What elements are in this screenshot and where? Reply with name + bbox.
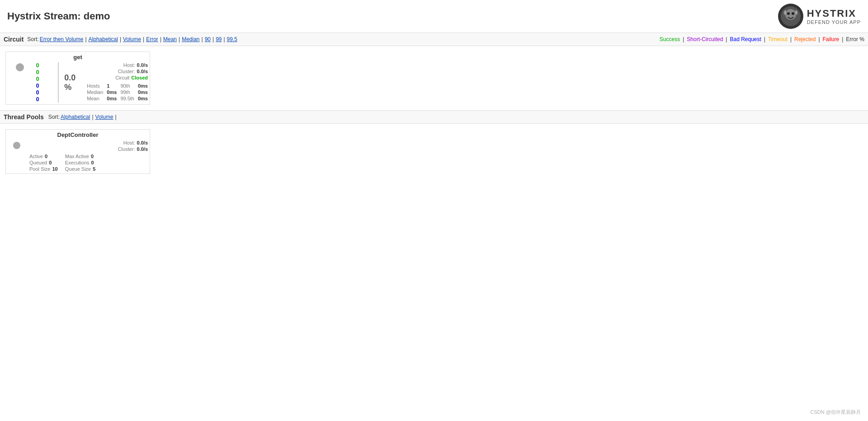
sort-90[interactable]: 90 xyxy=(205,36,211,42)
tp-host-label: Host: xyxy=(123,140,135,145)
svg-point-6 xyxy=(784,11,786,14)
circuit-num-blue-3: 0 xyxy=(36,96,53,103)
svg-point-2 xyxy=(787,12,790,15)
page-title: Hystrix Stream: demo xyxy=(7,10,110,22)
th99-value: 0ms xyxy=(138,89,148,95)
sort-error-then-volume[interactable]: Error then Volume xyxy=(40,36,84,42)
tp-queued-label: Queued xyxy=(29,160,47,165)
threadpools-label: Thread Pools xyxy=(4,113,44,121)
mean-label: Mean xyxy=(87,96,103,101)
tp-bubble-area xyxy=(8,140,26,149)
mean-value: 0ms xyxy=(107,96,117,101)
circuit-content: get 0 0 0 0 0 0 0.0 % xyxy=(0,46,868,110)
circuit-percentage: 0.0 % xyxy=(64,73,83,92)
hosts-values-col: 1 0ms 0ms xyxy=(107,83,117,101)
sort-volume[interactable]: Volume xyxy=(123,36,141,42)
legend-short-circuited: Short-Circuited xyxy=(687,36,723,42)
tp-queued-row: Queued 0 xyxy=(29,160,58,165)
legend-error-pct: Error % xyxy=(846,36,864,42)
host-value: 0.0/s xyxy=(137,62,148,68)
circuit-numbers: 0 0 0 0 0 0 xyxy=(36,62,53,103)
pct-labels-col: 90th 99th 99.5th xyxy=(120,83,134,101)
sort-label: Sort: xyxy=(27,36,38,42)
host-label: Host: xyxy=(123,62,135,68)
tp-cluster-stat: Cluster: 0.0/s xyxy=(29,146,148,152)
logo: Hystrix Defend Your App xyxy=(778,4,861,29)
legend-failure: Failure xyxy=(823,36,840,42)
tp-cluster-label: Cluster: xyxy=(118,146,135,152)
divider xyxy=(58,62,59,103)
tp-pool-size-row: Pool Size 10 xyxy=(29,166,58,172)
circuit-stat: Circuit Closed xyxy=(87,75,148,80)
th99-5-label: 99.5th xyxy=(120,96,134,101)
tp-status-bubble xyxy=(13,142,20,149)
legend-rejected: Rejected xyxy=(794,36,816,42)
tp-queue-size-row: Queue Size 5 xyxy=(65,166,96,172)
header: Hystrix Stream: demo Hystrix Defend Your… xyxy=(0,0,868,33)
tp-executions-row: Executions 0 xyxy=(65,160,96,165)
logo-icon xyxy=(778,4,803,29)
tp-values-col: Max Active 0 Executions 0 Queue Size 5 xyxy=(65,154,96,172)
circuit-sort: Circuit Sort: Error then Volume | Alphab… xyxy=(4,36,658,43)
threadpools-header: Thread Pools Sort: Alphabetical | Volume… xyxy=(0,110,868,124)
tp-card-body: Host: 0.0/s Cluster: 0.0/s Active 0 Queu… xyxy=(8,140,148,172)
circuit-stats: Host: 0.0/s Cluster: 0.0/s Circuit Close… xyxy=(87,62,148,101)
hosts-value: 1 xyxy=(107,83,117,89)
cluster-value: 0.0/s xyxy=(137,69,148,74)
th99-5-value: 0ms xyxy=(138,96,148,101)
circuit-card-get: get 0 0 0 0 0 0 0.0 % xyxy=(5,51,150,105)
pct-values-col: 0ms 0ms 0ms xyxy=(138,83,148,101)
circuit-num-blue-1: 0 xyxy=(36,83,53,89)
tp-detail-rows: Active 0 Queued 0 Pool Size 10 xyxy=(29,154,148,172)
cluster-stat: Cluster: 0.0/s xyxy=(87,69,148,74)
tp-pool-size-value: 10 xyxy=(52,166,57,172)
tp-max-active-label: Max Active xyxy=(65,154,89,159)
th90-value: 0ms xyxy=(138,83,148,89)
circuit-state-label: Circuit xyxy=(115,75,129,80)
cluster-label: Cluster: xyxy=(118,69,135,74)
tp-executions-value: 0 xyxy=(91,160,94,165)
svg-point-7 xyxy=(795,11,797,14)
tp-cluster-value: 0.0/s xyxy=(137,146,148,152)
percentile-stats: Hosts Median Mean 1 0ms 0ms 90th 99th 99… xyxy=(87,83,148,101)
tp-sort-alphabetical[interactable]: Alphabetical xyxy=(61,114,90,120)
sort-99[interactable]: 99 xyxy=(216,36,222,42)
tp-max-active-value: 0 xyxy=(91,154,94,159)
sort-99-5[interactable]: 99.5 xyxy=(227,36,237,42)
circuit-num-success-3: 0 xyxy=(36,76,53,82)
circuit-label: Circuit xyxy=(4,36,24,43)
brand-tagline: Defend Your App xyxy=(807,19,861,25)
tp-queued-value: 0 xyxy=(49,160,52,165)
host-stat: Host: 0.0/s xyxy=(87,62,148,68)
circuit-state-value: Closed xyxy=(131,75,148,80)
legend-bad-request: Bad Request xyxy=(730,36,761,42)
tp-active-value: 0 xyxy=(45,154,47,159)
tp-active-row: Active 0 xyxy=(29,154,58,159)
tp-card-deptcontroller: DeptController Host: 0.0/s Cluster: 0.0/… xyxy=(5,129,150,174)
th99-label: 99th xyxy=(120,89,134,95)
circuit-legend: Success | Short-Circuited | Bad Request … xyxy=(660,36,864,42)
brand-name: Hystrix xyxy=(807,8,861,19)
circuit-status-bubble xyxy=(16,63,24,71)
sort-alphabetical[interactable]: Alphabetical xyxy=(89,36,118,42)
circuit-card-body: 0 0 0 0 0 0 0.0 % Host: 0.0/s C xyxy=(8,62,148,103)
svg-point-3 xyxy=(792,12,794,15)
legend-timeout: Timeout xyxy=(768,36,788,42)
tp-executions-label: Executions xyxy=(65,160,90,165)
tp-active-label: Active xyxy=(29,154,43,159)
threadpools-content: DeptController Host: 0.0/s Cluster: 0.0/… xyxy=(0,124,868,179)
tp-host-value: 0.0/s xyxy=(137,140,148,145)
hosts-col: Hosts Median Mean xyxy=(87,83,103,101)
circuit-num-success-1: 0 xyxy=(36,62,53,69)
tp-pool-size-label: Pool Size xyxy=(29,166,50,172)
circuit-bubble-area xyxy=(8,62,33,72)
tp-queue-size-value: 5 xyxy=(93,166,95,172)
tp-sort-volume[interactable]: Volume xyxy=(95,114,113,120)
tp-queue-size-label: Queue Size xyxy=(65,166,91,172)
sort-error[interactable]: Error xyxy=(146,36,158,42)
circuit-card-title: get xyxy=(8,54,148,61)
logo-text: Hystrix Defend Your App xyxy=(807,8,861,25)
tp-host-stat: Host: 0.0/s xyxy=(29,140,148,145)
sort-median[interactable]: Median xyxy=(182,36,199,42)
sort-mean[interactable]: Mean xyxy=(163,36,177,42)
